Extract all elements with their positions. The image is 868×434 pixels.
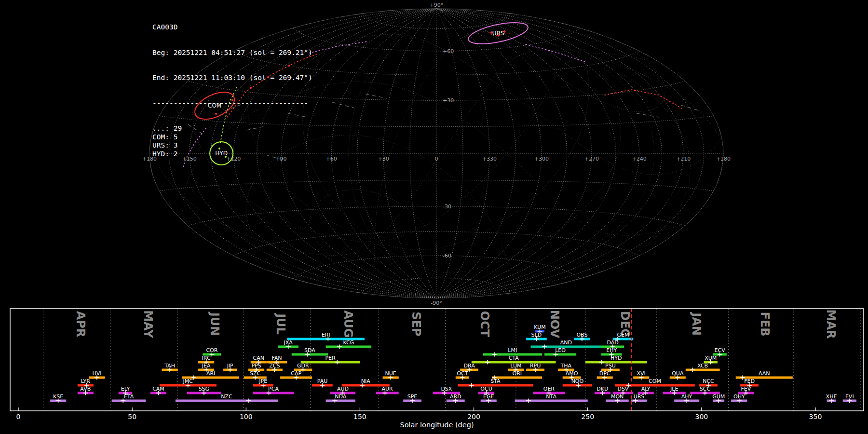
shower-bar [531,346,601,348]
drift-track [605,90,682,108]
shower-code-label: HYD [610,355,622,361]
shower-bar [326,400,355,402]
shower-xcb: XCB [686,363,720,372]
observation-info-panel: CA003D Beg: 20251221 04:51:27 (sol = 269… [152,6,312,167]
shower-leo: LEO [544,347,576,357]
shower-ahy: AHY [674,393,699,403]
drift-track [526,44,587,62]
latitude-label: +60 [443,48,454,54]
shower-code-label: NOO [571,378,584,384]
longitude-label: +270 [584,156,599,162]
shower-code-label: LEO [555,347,566,353]
begin-time-line: Beg: 20251221 04:51:27 (sol = 269.21°) [152,49,312,57]
month-label-oct: OCT [478,311,491,338]
shower-code-label: GEM [617,332,629,338]
peak-marker [690,368,695,372]
shower-code-label: AUR [381,386,393,392]
shower-noo: NOO [563,378,592,388]
longitude-label: +330 [482,156,497,162]
shower-count-list: ...: 29COM: 5URS: 3HYD: 2 [152,124,312,158]
longitude-label: +300 [534,156,549,162]
longitude-label: 0 [435,156,438,162]
constellation-segment [366,94,387,98]
shower-nue: NUE [383,370,399,380]
shower-bar [544,353,576,356]
drift-track [309,41,368,53]
shower-bar [326,346,372,348]
shower-cap: CAP [280,370,312,380]
longitude-label: +180 [716,156,731,162]
x-tick-label: 50 [128,413,136,420]
latitude-label: -30 [443,203,451,210]
constellation-segment [637,113,659,117]
shower-code-label: ARI [206,370,215,377]
peak-marker [246,399,251,403]
shower-sta: STA [458,378,533,388]
count-hyd: HYD: 2 [152,150,312,159]
shower-code-label: NDA [335,393,347,400]
shower-spe: SPE [403,393,421,403]
x-tick-label: 200 [467,413,480,420]
shower-kcg: KCG [326,339,372,349]
shower-code-label: CTA [509,355,519,361]
shower-dkd: DKD [595,386,610,395]
shower-bar [176,400,278,402]
shower-code-label: LYR [81,378,90,384]
x-tick-label: 150 [353,413,366,420]
shower-code-label: NZC [221,393,232,400]
shower-aur: AUR [376,386,399,395]
month-label-mar: MAR [824,309,838,339]
shower-bar [301,361,360,364]
shower-kse: KSE [50,393,66,403]
shower-hvi: HVI [89,370,105,380]
peak-marker [526,399,531,403]
shower-oct: OCT [456,370,469,380]
x-tick-label: 300 [695,413,708,420]
month-label-aug: AUG [341,310,355,338]
month-label-feb: FEB [758,312,772,336]
longitude-label: +240 [632,156,647,162]
x-tick-label: 250 [581,413,594,420]
shower-sda: SDA [292,347,328,357]
month-label-apr: APR [74,311,87,338]
shower-obs: OBS [574,332,590,341]
shower-sld: SLD [526,332,547,341]
month-label-jan: JAN [690,312,703,336]
peak-marker [492,353,497,357]
shower-avb: AVB [78,386,94,395]
shower-xvi: XVI [633,370,649,380]
radiant-label: URS [492,30,504,37]
shower-zcs: ZCS [267,363,283,372]
shower-rpu: RPU [526,363,544,372]
shower-eta: ETA [112,393,146,403]
shower-code-label: DSX [441,386,452,392]
shower-ege: EGE [481,393,497,403]
x-axis-title: Solar longitude (deg) [400,421,474,429]
shower-code-label: SDA [304,347,315,353]
peak-marker [485,360,490,365]
shower-qua: QUA [670,370,686,380]
shower-mon: MON [606,393,629,403]
month-label-jun: JUN [208,312,221,336]
shower-bar [515,400,588,402]
count-com: COM: 5 [152,133,312,142]
end-time-line: End: 20251221 11:03:10 (sol = 269.47°) [152,74,312,82]
shower-nzc: NZC [176,393,278,403]
shower-bar [253,392,294,394]
activity-timeline-chart: APRMAYJUNJULAUGSEPOCTNOVDECJANFEBMARKUME… [10,309,864,429]
shower-gum: GUM [712,393,725,403]
south-pole-label: -90° [431,300,442,306]
meteor-radiant-plot: +90°-90°+180+150+120+90+60+300+330+300+2… [0,0,868,434]
shower-jip: JIP [223,363,237,372]
longitude-label: +30 [378,156,389,162]
shower-urs: URS [631,393,647,403]
longitude-label: +60 [326,156,337,162]
shower-per: PER [301,355,360,365]
month-label-sep: SEP [409,312,423,336]
month-label-nov: NOV [548,310,561,339]
count-urs: URS: 3 [152,141,312,150]
shower-pca: PCA [253,386,294,395]
shower-code-label: LMI [508,347,517,353]
shower-bar [112,400,146,402]
month-label-may: MAY [141,310,155,338]
